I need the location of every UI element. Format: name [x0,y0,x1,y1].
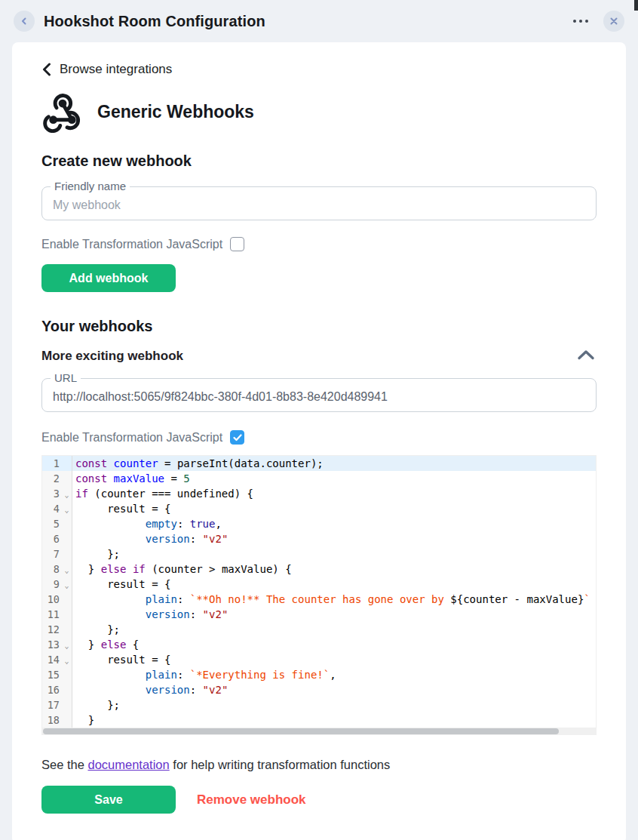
line-number-gutter: 16 [42,682,72,697]
line-number-gutter: 18 [42,712,72,728]
transform-checkbox-enabled[interactable] [230,430,244,445]
code-line[interactable]: 16 version: "v2" [42,682,596,697]
code-line[interactable]: 3⌄if (counter === undefined) { [42,486,596,501]
line-number-gutter: 5 [42,516,72,531]
line-number-gutter: 11 [42,607,72,622]
code-line[interactable]: 14⌄ result = { [42,652,596,667]
webhook-name: More exciting webhook [41,349,183,364]
integration-header: Generic Webhooks [41,91,597,133]
friendly-name-field: Friendly name [41,186,597,220]
line-number-gutter: 12 [42,622,72,637]
enable-transform-label: Enable Transformation JavaScript [41,431,222,445]
code-line[interactable]: 17 }; [42,697,596,712]
page-scrollbar-fragment[interactable] [634,0,638,11]
code-line[interactable]: 18 } [42,712,596,728]
browse-integrations-link[interactable]: Browse integrations [41,62,597,77]
documentation-help-text: See the documentation for help writing t… [41,758,597,772]
chevron-down-icon[interactable]: ⌄ [62,562,72,577]
content-card: Browse integrations Generic Webhooks Cre… [12,42,626,840]
dialog-title: Hookshot Room Configuration [44,13,558,30]
code-line[interactable]: 6 version: "v2" [42,531,596,546]
line-number-gutter: 7 [42,546,72,562]
chevron-down-icon [62,456,72,471]
chevron-down-icon [62,622,72,637]
line-number-gutter: 13⌄ [42,637,72,652]
code-line[interactable]: 10 plain: `**Oh no!** The counter has go… [42,592,596,607]
create-heading: Create new webhook [41,152,597,170]
line-number-gutter: 17 [42,697,72,712]
chevron-down-icon [62,471,72,486]
integration-title: Generic Webhooks [97,102,254,122]
remove-webhook-button[interactable]: Remove webhook [197,792,306,808]
code-line[interactable]: 5 empty: true, [42,516,596,531]
collapse-button[interactable] [575,347,597,365]
chevron-down-icon [62,531,72,546]
scrollbar-thumb[interactable] [43,728,559,734]
line-number-gutter: 4⌄ [42,501,72,516]
checkmark-icon [233,434,242,442]
url-label: URL [51,371,81,384]
back-button[interactable] [14,11,35,32]
add-webhook-button[interactable]: Add webhook [41,264,176,292]
enable-transform-label: Enable Transformation JavaScript [41,238,222,251]
chevron-down-icon [62,667,72,682]
webhook-actions: Save Remove webhook [41,786,597,814]
chevron-down-icon[interactable]: ⌄ [62,577,72,592]
documentation-link[interactable]: documentation [87,758,169,771]
enable-transform-row: Enable Transformation JavaScript [41,237,597,251]
line-number-gutter: 10 [42,592,72,607]
chevron-down-icon [62,682,72,697]
ellipsis-icon [573,20,576,23]
webhooks-heading: Your webhooks [41,318,597,335]
line-number-gutter: 9⌄ [42,577,72,592]
modal-header: Hookshot Room Configuration [0,0,638,42]
line-number-gutter: 15 [42,667,72,682]
overflow-menu-button[interactable] [567,15,594,27]
code-line[interactable]: 12 }; [42,622,596,637]
close-icon [609,17,618,26]
code-line[interactable]: 11 version: "v2" [42,607,596,622]
webhook-icon [41,91,84,133]
browse-integrations-label: Browse integrations [60,62,172,77]
code-line[interactable]: 9⌄ result = { [42,577,596,592]
enable-transform-row-webhook: Enable Transformation JavaScript [41,430,597,445]
code-line[interactable]: 15 plain: `*Everything is fine!`, [42,667,596,682]
chevron-down-icon[interactable]: ⌄ [62,637,72,652]
code-line[interactable]: 8⌄ } else if (counter > maxValue) { [42,562,596,577]
save-button[interactable]: Save [41,786,176,814]
code-line[interactable]: 1const counter = parseInt(data.counter); [42,456,596,471]
code-editor[interactable]: 1const counter = parseInt(data.counter);… [41,455,597,728]
line-number-gutter: 6 [42,531,72,546]
webhook-url-field: URL [41,378,597,412]
chevron-left-icon [41,63,52,76]
friendly-name-label: Friendly name [51,180,130,192]
line-number-gutter: 1 [42,456,72,471]
chevron-down-icon [62,546,72,562]
editor-horizontal-scrollbar[interactable] [41,728,597,735]
code-line[interactable]: 4⌄ result = { [42,501,596,516]
line-number-gutter: 14⌄ [42,652,72,667]
chevron-left-icon [20,17,29,26]
line-number-gutter: 3⌄ [42,486,72,501]
line-number-gutter: 8⌄ [42,562,72,577]
close-button[interactable] [603,11,624,32]
code-line[interactable]: 7 }; [42,546,596,562]
chevron-down-icon [62,607,72,622]
code-line[interactable]: 13⌄ } else { [42,637,596,652]
chevron-down-icon[interactable]: ⌄ [62,652,72,667]
transform-checkbox[interactable] [230,237,244,251]
code-line[interactable]: 2const maxValue = 5 [42,471,596,486]
webhook-list-item: More exciting webhook [41,347,597,365]
line-number-gutter: 2 [42,471,72,486]
chevron-down-icon [62,592,72,607]
webhook-url-input[interactable] [41,378,597,412]
chevron-down-icon[interactable]: ⌄ [62,501,72,516]
chevron-down-icon[interactable]: ⌄ [62,486,72,501]
chevron-down-icon [62,712,72,728]
chevron-down-icon [62,697,72,712]
chevron-down-icon [62,516,72,531]
chevron-up-icon [577,349,595,361]
